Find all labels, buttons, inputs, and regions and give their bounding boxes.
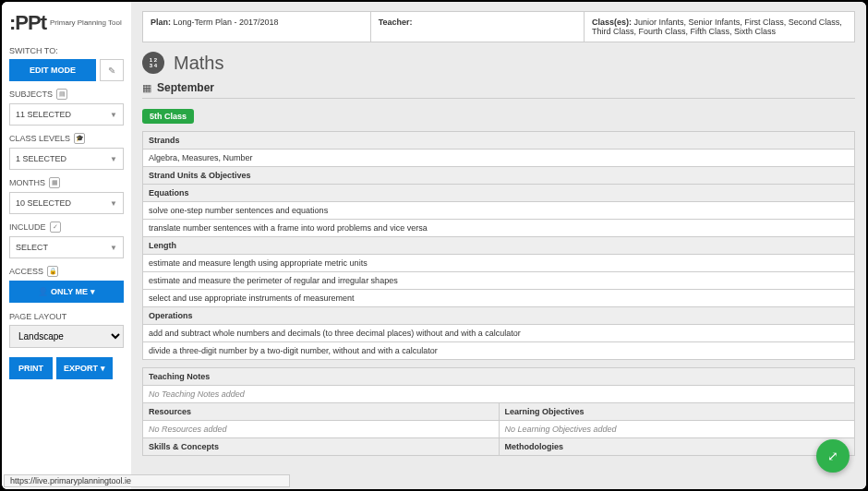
chevron-down-icon: ▾ bbox=[101, 364, 105, 373]
class-badge: 5th Class bbox=[142, 109, 194, 124]
logo-mark: :PPt bbox=[9, 11, 46, 35]
access-button[interactable]: 👤 ONLY ME ▾ bbox=[9, 281, 124, 303]
table-row: translate number sentences with a frame … bbox=[143, 220, 855, 237]
subject-name: Maths bbox=[174, 53, 223, 74]
main-content: Plan: Long-Term Plan - 2017/2018 Teacher… bbox=[131, 2, 866, 489]
page-layout-select[interactable]: Landscape bbox=[9, 325, 124, 348]
table-header: Length bbox=[143, 237, 855, 255]
table-row: No Learning Objectives added bbox=[499, 421, 855, 438]
page-layout-label: PAGE LAYOUT bbox=[9, 312, 124, 321]
chevron-down-icon: ▼ bbox=[110, 244, 117, 252]
logo-text: Primary Planning Tool bbox=[50, 19, 122, 28]
include-label: INCLUDE ✓ bbox=[9, 222, 124, 233]
table-row: No Teaching Notes added bbox=[143, 386, 855, 403]
table-header: Strands bbox=[143, 132, 855, 150]
switch-to-label: SWITCH TO: bbox=[9, 46, 124, 55]
expand-icon: ⤢ bbox=[827, 449, 838, 463]
subject-title: 1 23 4 Maths bbox=[142, 52, 855, 74]
calendar-icon: ▦ bbox=[49, 177, 60, 188]
table-header: Teaching Notes bbox=[143, 368, 855, 386]
export-button[interactable]: EXPORT ▾ bbox=[56, 357, 113, 379]
plan-header-table: Plan: Long-Term Plan - 2017/2018 Teacher… bbox=[142, 11, 855, 42]
table-row: estimate and measure the perimeter of re… bbox=[143, 272, 855, 290]
chevron-down-icon: ▼ bbox=[110, 199, 117, 208]
months-select[interactable]: 10 SELECTED ▼ bbox=[9, 192, 124, 214]
chevron-down-icon: ▾ bbox=[90, 287, 95, 296]
notes-table: Teaching Notes No Teaching Notes added R… bbox=[142, 367, 855, 456]
subject-badge-icon: 1 23 4 bbox=[142, 52, 164, 74]
edit-icon-button[interactable]: ✎ bbox=[100, 59, 124, 81]
table-row: divide a three-digit number by a two-dig… bbox=[143, 342, 855, 360]
access-label: ACCESS 🔒 bbox=[9, 266, 124, 277]
calendar-icon: ▦ bbox=[142, 82, 151, 94]
status-bar: https://live.primaryplanningtool.ie bbox=[4, 474, 290, 487]
table-row: solve one-step number sentences and equa… bbox=[143, 202, 855, 220]
strands-table: Strands Algebra, Measures, Number Strand… bbox=[142, 131, 855, 360]
table-header: Strand Units & Objectives bbox=[143, 167, 855, 185]
book-icon: ▤ bbox=[56, 89, 67, 100]
check-icon: ✓ bbox=[50, 222, 61, 233]
table-header: Skills & Concepts bbox=[143, 438, 500, 456]
subjects-select[interactable]: 11 SELECTED ▼ bbox=[9, 103, 124, 126]
edit-mode-button[interactable]: EDIT MODE bbox=[9, 59, 96, 81]
table-row: No Resources added bbox=[143, 421, 500, 438]
user-icon: 👤 bbox=[38, 287, 48, 296]
months-label: MONTHS ▦ bbox=[9, 177, 124, 188]
table-header: Resources bbox=[143, 403, 500, 421]
table-row: Algebra, Measures, Number bbox=[143, 150, 855, 167]
class-levels-label: CLASS LEVELS 🎓 bbox=[9, 133, 124, 144]
table-header: Methodologies bbox=[499, 438, 855, 456]
expand-fab-button[interactable]: ⤢ bbox=[816, 439, 850, 473]
sidebar: :PPt Primary Planning Tool SWITCH TO: ED… bbox=[2, 2, 131, 489]
graduation-icon: 🎓 bbox=[74, 133, 85, 144]
subjects-label: SUBJECTS ▤ bbox=[9, 89, 124, 100]
chevron-down-icon: ▼ bbox=[110, 155, 117, 163]
table-header: Learning Objectives bbox=[499, 403, 855, 421]
chevron-down-icon: ▼ bbox=[110, 111, 117, 119]
print-button[interactable]: PRINT bbox=[9, 357, 53, 379]
table-header: Operations bbox=[143, 307, 855, 325]
include-select[interactable]: SELECT ▼ bbox=[9, 236, 124, 258]
table-row: estimate and measure length using approp… bbox=[143, 255, 855, 272]
table-header: Equations bbox=[143, 185, 855, 202]
pencil-icon: ✎ bbox=[108, 66, 115, 76]
month-header: ▦ September bbox=[142, 81, 855, 99]
lock-icon: 🔒 bbox=[47, 266, 58, 277]
class-levels-select[interactable]: 1 SELECTED ▼ bbox=[9, 148, 124, 170]
table-row: select and use appropriate instruments o… bbox=[143, 290, 855, 307]
logo: :PPt Primary Planning Tool bbox=[9, 11, 124, 35]
table-row: add and subtract whole numbers and decim… bbox=[143, 325, 855, 342]
